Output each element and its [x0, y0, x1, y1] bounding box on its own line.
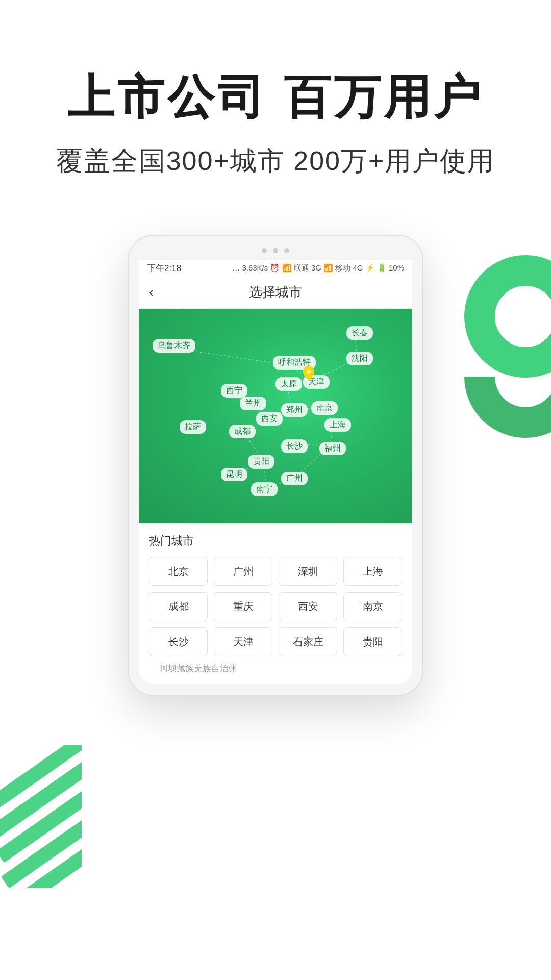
notch-dot: [273, 248, 278, 253]
svg-point-18: [307, 370, 311, 374]
city-shijiazhuang[interactable]: 石家庄: [279, 627, 337, 656]
city-label-changsha[interactable]: 长沙: [281, 439, 308, 453]
status-time: 下午2:18: [147, 262, 181, 274]
city-label-changchun[interactable]: 长春: [346, 326, 373, 340]
city-label-shenyang[interactable]: 沈阳: [346, 352, 373, 365]
city-shanghai[interactable]: 上海: [343, 557, 402, 586]
phone-mockup-container: 下午2:18 … 3.63K/s ⏰ 📶 联通 3G 📶 移动 4G ⚡ 🔋 1…: [128, 235, 423, 696]
city-chongqing[interactable]: 重庆: [214, 592, 272, 621]
subtitle: 覆盖全国300+城市 200万+用户使用: [41, 143, 510, 179]
city-label-taiyuan[interactable]: 太原: [276, 377, 302, 391]
city-label-guiyang[interactable]: 贵阳: [248, 455, 274, 469]
city-label-xian[interactable]: 西安: [256, 412, 283, 426]
city-tianjin[interactable]: 天津: [214, 627, 272, 656]
notch-dot: [262, 248, 267, 253]
header-section: 上市公司 百万用户 覆盖全国300+城市 200万+用户使用: [0, 0, 551, 210]
city-guangzhou[interactable]: 广州: [214, 557, 272, 586]
city-label-zhengzhou[interactable]: 郑州: [281, 403, 308, 417]
city-list-section: 热门城市 北京 广州 深圳 上海 成都 重庆 西安 南京 长沙 天津 石家庄 贵…: [139, 523, 412, 684]
city-label-guangzhou[interactable]: 广州: [281, 472, 308, 485]
city-chengdu[interactable]: 成都: [149, 592, 208, 621]
city-label-lanzhou[interactable]: 兰州: [240, 397, 266, 410]
map-pin-icon: [303, 366, 314, 380]
phone-notch: [139, 246, 412, 255]
city-guiyang[interactable]: 贵阳: [343, 627, 402, 656]
city-label-urumqi[interactable]: 乌鲁木齐: [153, 339, 195, 353]
status-network: … 3.63K/s ⏰ 📶 联通 3G 📶 移动 4G ⚡ 🔋 10%: [232, 263, 404, 273]
decorative-stripes: [0, 745, 82, 888]
city-label-nanjing[interactable]: 南京: [311, 401, 338, 415]
city-label-nanning[interactable]: 南宁: [251, 482, 278, 496]
hot-cities-label: 热门城市: [149, 533, 402, 549]
back-button[interactable]: ‹: [149, 284, 154, 300]
main-title: 上市公司 百万用户: [41, 71, 510, 123]
phone-mockup: 下午2:18 … 3.63K/s ⏰ 📶 联通 3G 📶 移动 4G ⚡ 🔋 1…: [128, 235, 423, 696]
app-header: ‹ 选择城市: [139, 276, 412, 309]
city-shenzhen[interactable]: 深圳: [279, 557, 337, 586]
city-label-xining[interactable]: 西宁: [221, 384, 247, 398]
notch-dot: [284, 248, 289, 253]
city-label-lasa[interactable]: 拉萨: [180, 420, 206, 434]
map-area[interactable]: 乌鲁木齐 长春 沈阳 呼和浩特 天津 西宁 兰州 太原 西安 郑州 南京 上海 …: [139, 309, 412, 523]
bottom-region-label: 阿坝藏族羌族自治州: [149, 656, 402, 676]
city-label-shanghai[interactable]: 上海: [324, 418, 351, 432]
city-label-fuzhou[interactable]: 福州: [319, 442, 346, 455]
city-grid: 北京 广州 深圳 上海 成都 重庆 西安 南京 长沙 天津 石家庄 贵阳: [149, 557, 402, 656]
city-nanjing[interactable]: 南京: [343, 592, 402, 621]
city-changsha[interactable]: 长沙: [149, 627, 208, 656]
city-label-kunming[interactable]: 昆明: [221, 468, 247, 481]
city-label-chengdu[interactable]: 成都: [229, 425, 256, 438]
city-beijing[interactable]: 北京: [149, 557, 208, 586]
city-xian[interactable]: 西安: [279, 592, 337, 621]
status-bar: 下午2:18 … 3.63K/s ⏰ 📶 联通 3G 📶 移动 4G ⚡ 🔋 1…: [139, 260, 412, 276]
app-title: 选择城市: [249, 283, 302, 301]
